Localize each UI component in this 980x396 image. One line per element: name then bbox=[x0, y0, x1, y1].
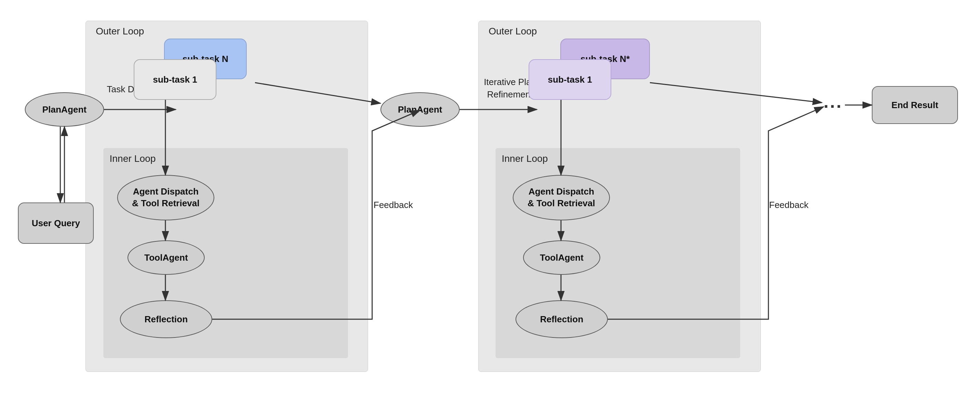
end-result-node: End Result bbox=[872, 86, 958, 124]
outer-loop-label-2: Outer Loop bbox=[488, 26, 537, 37]
outer-loop-label-1: Outer Loop bbox=[96, 26, 144, 37]
reflection-1-node: Reflection bbox=[120, 300, 212, 338]
reflection-2-node: Reflection bbox=[515, 300, 608, 338]
feedback-2-label: Feedback bbox=[769, 200, 808, 211]
plan-agent-1-node: PlanAgent bbox=[25, 92, 104, 127]
tool-agent-1-node: ToolAgent bbox=[127, 240, 205, 275]
subtask-1-card-2: sub-task 1 bbox=[528, 59, 611, 100]
feedback-1-label: Feedback bbox=[374, 200, 413, 211]
plan-agent-2-node: PlanAgent bbox=[380, 92, 460, 127]
agent-dispatch-2-node: Agent Dispatch& Tool Retrieval bbox=[513, 175, 610, 220]
dots-label: ··· bbox=[824, 96, 843, 116]
user-query-node: User Query bbox=[18, 203, 94, 244]
inner-loop-label-2: Inner Loop bbox=[502, 153, 548, 164]
subtask-1-card-1: sub-task 1 bbox=[134, 59, 216, 100]
agent-dispatch-1-node: Agent Dispatch& Tool Retrieval bbox=[117, 175, 214, 220]
tool-agent-2-node: ToolAgent bbox=[523, 240, 600, 275]
inner-loop-label-1: Inner Loop bbox=[110, 153, 156, 164]
diagram: Outer Loop Outer Loop Inner Loop Inner L… bbox=[0, 0, 980, 396]
